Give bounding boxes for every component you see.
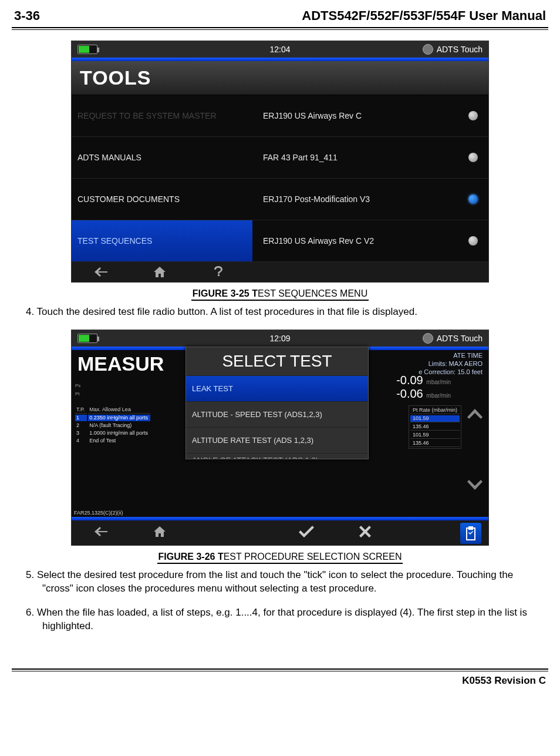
battery-icon bbox=[77, 334, 97, 343]
menu-item-request-master[interactable]: REQUEST TO BE SYSTEM MASTER bbox=[72, 95, 252, 137]
device-brand: ADTS Touch bbox=[423, 44, 483, 55]
clock-time: 12:04 bbox=[269, 45, 290, 54]
figure-3-26-caption: FIGURE 3-26 TEST PROCEDURE SELECTION SCR… bbox=[12, 552, 548, 564]
caption-rest: EST PROCEDURE SELECTION SCREEN bbox=[224, 552, 402, 562]
caption-strong: FIGURE 3-26 T bbox=[158, 552, 224, 562]
leak-header: Max. Allowed Lea bbox=[88, 406, 150, 414]
radio-icon[interactable] bbox=[468, 153, 478, 162]
file-label: FAR 43 Part 91_411 bbox=[263, 153, 338, 162]
far-code: FAR25.1325(C)(2)(ii) bbox=[74, 510, 123, 516]
test-option-altitude-rate[interactable]: ALTITUDE RATE TEST (ADS 1,2,3) bbox=[186, 427, 368, 453]
figure-3-26-screenshot: 12:09 ADTS Touch MEASUR ATE TIME Limits:… bbox=[71, 330, 489, 546]
revision-label: K0553 Revision C bbox=[12, 673, 548, 687]
radio-icon[interactable] bbox=[468, 111, 478, 120]
caption-rest: EST SEQUENCES MENU bbox=[258, 288, 367, 298]
table-row[interactable]: 101.59 bbox=[410, 432, 460, 439]
screen-title-measure: MEASUR bbox=[77, 352, 164, 375]
rate-readouts: -0.09 mbar/min -0.06 mbar/min bbox=[396, 374, 451, 401]
tools-menu: REQUEST TO BE SYSTEM MASTER ADTS MANUALS… bbox=[72, 95, 252, 262]
device-brand: ADTS Touch bbox=[423, 333, 483, 344]
radio-icon[interactable] bbox=[468, 194, 478, 204]
test-points-table: T.P.Max. Allowed Lea 10.2350 inHg/min al… bbox=[74, 405, 151, 445]
home-button[interactable] bbox=[130, 526, 189, 539]
brand-label: ADTS Touch bbox=[437, 45, 483, 54]
header-rule-thin bbox=[12, 29, 548, 30]
file-row-far43[interactable]: FAR 43 Part 91_411 bbox=[252, 137, 488, 179]
test-file-list: ERJ190 US Airways Rev C FAR 43 Part 91_4… bbox=[252, 95, 488, 262]
battery-icon bbox=[77, 45, 97, 54]
back-button[interactable] bbox=[72, 262, 130, 282]
status-bar: 12:09 ADTS Touch bbox=[72, 330, 488, 347]
file-row-erj170[interactable]: ERJ170 Post-Modification V3 bbox=[252, 179, 488, 220]
figure-3-25-screenshot: 12:04 ADTS Touch TOOLS REQUEST TO BE SYS… bbox=[71, 41, 489, 283]
menu-item-customer-documents[interactable]: CUSTOMER DOCUMENTS bbox=[72, 179, 252, 220]
scroll-up-icon[interactable] bbox=[465, 406, 485, 423]
page-header: 3-36 ADTS542F/552F/553F/554F User Manual bbox=[12, 8, 548, 26]
pt-label: Pt bbox=[75, 391, 80, 397]
ps-rate-value: -0.09 bbox=[396, 374, 423, 387]
back-button[interactable] bbox=[72, 527, 130, 539]
file-row-erj190-revc[interactable]: ERJ190 US Airways Rev C bbox=[252, 95, 488, 137]
ge-logo-icon bbox=[423, 44, 433, 55]
ps-rate-unit: mbar/min bbox=[426, 379, 451, 385]
ge-logo-icon bbox=[423, 333, 433, 344]
table-row[interactable]: 10.2350 inHg/min all ports bbox=[75, 415, 150, 421]
top-right-info: ATE TIME Limits: MAX AERO e Correction: … bbox=[419, 350, 483, 376]
screen-title: TOOLS bbox=[72, 61, 488, 95]
caption-strong: FIGURE 3-25 T bbox=[193, 288, 258, 298]
paragraph-6: 6. When the file has loaded, a list of s… bbox=[26, 606, 534, 633]
pt-rate-value: -0.06 bbox=[396, 387, 423, 400]
table-row[interactable]: 135.46 bbox=[410, 424, 460, 431]
header-rule-thick bbox=[12, 27, 548, 28]
paragraph-4: 4. Touch the desired test file radio but… bbox=[26, 305, 534, 319]
figure-3-25-caption: FIGURE 3-25 TEST SEQUENCES MENU bbox=[12, 288, 548, 301]
clock-time: 12:09 bbox=[269, 334, 290, 343]
file-label: ERJ170 Post-Modification V3 bbox=[263, 194, 370, 204]
table-row[interactable]: 101.59 bbox=[410, 415, 460, 422]
home-button[interactable] bbox=[130, 262, 189, 282]
footer-rule-thin bbox=[12, 671, 548, 671]
footer-rule-thick bbox=[12, 668, 548, 670]
measure-screen: MEASUR ATE TIME Limits: MAX AERO e Corre… bbox=[72, 350, 488, 517]
status-bar: 12:04 ADTS Touch bbox=[72, 41, 488, 58]
pt-rate-table: Pt Rate (mbar/min) 101.59 135.46 101.59 … bbox=[409, 405, 461, 449]
page-number: 3-36 bbox=[14, 8, 40, 23]
file-label: ERJ190 US Airways Rev C V2 bbox=[263, 236, 374, 246]
page-footer: K0553 Revision C bbox=[12, 668, 548, 687]
paragraph-5: 5. Select the desired test procedure fro… bbox=[26, 569, 534, 596]
cross-button[interactable] bbox=[336, 526, 394, 540]
brand-label: ADTS Touch bbox=[437, 334, 483, 343]
limits-label: Limits: MAX AERO bbox=[419, 359, 483, 368]
pt-rate-unit: mbar/min bbox=[426, 392, 451, 399]
table-row[interactable]: 2N/A (fault Tracing) bbox=[75, 422, 150, 429]
test-option-altitude-speed[interactable]: ALTITUDE - SPEED TEST (ADS1,2,3) bbox=[186, 401, 368, 427]
ps-label: Ps bbox=[75, 383, 80, 388]
select-test-overlay: SELECT TEST LEAK TEST ALTITUDE - SPEED T… bbox=[185, 347, 369, 459]
file-label: ERJ190 US Airways Rev C bbox=[263, 111, 362, 120]
tick-button[interactable] bbox=[277, 526, 336, 540]
scroll-arrows bbox=[465, 406, 485, 423]
menu-item-adts-manuals[interactable]: ADTS MANUALS bbox=[72, 137, 252, 179]
table-row[interactable]: 31.0000 inHg/min all ports bbox=[75, 430, 150, 436]
overlay-title: SELECT TEST bbox=[186, 347, 368, 375]
help-button[interactable] bbox=[189, 262, 248, 282]
nav-bar bbox=[72, 520, 488, 545]
file-row-erj190-v2[interactable]: ERJ190 US Airways Rev C V2 bbox=[252, 220, 488, 262]
tp-header: T.P. bbox=[75, 406, 87, 414]
pt-rate-header: Pt Rate (mbar/min) bbox=[410, 407, 460, 414]
table-row[interactable]: 4End of Test bbox=[75, 438, 150, 444]
test-option-leak-test[interactable]: LEAK TEST bbox=[186, 375, 368, 401]
rate-time-label: ATE TIME bbox=[419, 351, 483, 359]
scroll-down-icon[interactable] bbox=[465, 477, 485, 493]
radio-icon[interactable] bbox=[468, 236, 478, 246]
clipboard-button[interactable] bbox=[460, 523, 481, 544]
test-option-aoa[interactable]: ANGLE OF ATTACK TEST (ADS 1,2) bbox=[186, 453, 368, 459]
menu-item-test-sequences[interactable]: TEST SEQUENCES bbox=[72, 220, 252, 262]
manual-title: ADTS542F/552F/553F/554F User Manual bbox=[302, 8, 546, 23]
table-row[interactable]: 135.46 bbox=[410, 440, 460, 447]
nav-bar bbox=[72, 262, 488, 282]
